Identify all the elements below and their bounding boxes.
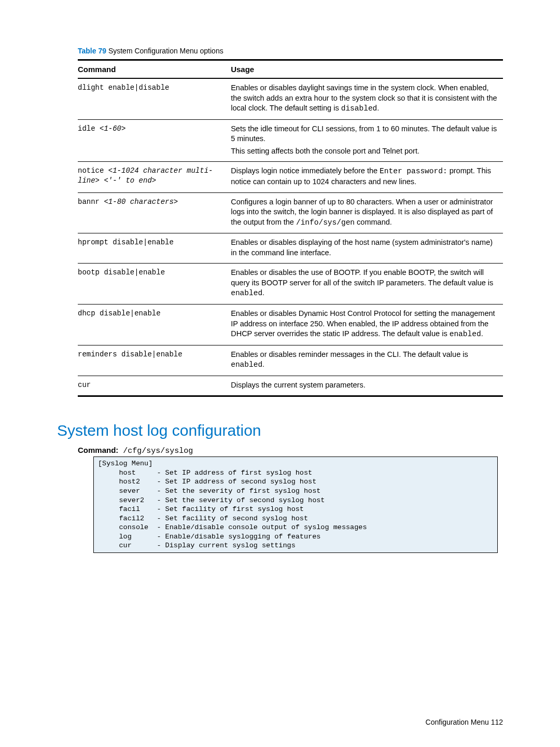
usage-cell: Enables or disables Dynamic Host Control… xyxy=(231,305,503,345)
usage-text: Sets the idle timeout for CLI sessions, … xyxy=(231,124,498,144)
page-footer: Configuration Menu 112 xyxy=(426,718,503,726)
command-cell: hprompt disable|enable xyxy=(78,233,231,264)
usage-cell: Enables or disables the use of BOOTP. If… xyxy=(231,264,503,305)
command-cell: bannr <1-80 characters> xyxy=(78,192,231,233)
table-row: curDisplays the current system parameter… xyxy=(78,376,503,396)
usage-text: Enables or disables daylight savings tim… xyxy=(231,83,498,114)
usage-text: Enables or disables reminder messages in… xyxy=(231,350,498,370)
table-row: idle <1-60>Sets the idle timeout for CLI… xyxy=(78,119,503,162)
table-row: bootp disable|enableEnables or disables … xyxy=(78,264,503,305)
syslog-menu-codebox: [Syslog Menu] host - Set IP address of f… xyxy=(93,457,498,552)
table-row: bannr <1-80 characters>Configures a logi… xyxy=(78,192,503,233)
usage-text: Enables or disables the use of BOOTP. If… xyxy=(231,268,498,299)
config-table: Command Usage dlight enable|disableEnabl… xyxy=(78,59,503,397)
command-cell: notice <1-1024 character multi-line> <'-… xyxy=(78,162,231,192)
table-row: dlight enable|disableEnables or disables… xyxy=(78,78,503,119)
usage-cell: Enables or disables reminder messages in… xyxy=(231,345,503,376)
command-cell: bootp disable|enable xyxy=(78,264,231,305)
table-row: reminders disable|enableEnables or disab… xyxy=(78,345,503,376)
command-path: /cfg/sys/syslog xyxy=(118,447,193,455)
table-caption: Table 79 System Configuration Menu optio… xyxy=(78,47,503,55)
usage-text: This setting affects both the console po… xyxy=(231,146,498,157)
usage-cell: Displays login notice immediately before… xyxy=(231,162,503,192)
table-header-command: Command xyxy=(78,60,231,79)
command-cell: reminders disable|enable xyxy=(78,345,231,376)
table-row: dhcp disable|enableEnables or disables D… xyxy=(78,305,503,345)
usage-text: Configures a login banner of up to 80 ch… xyxy=(231,197,498,228)
usage-text: Displays login notice immediately before… xyxy=(231,166,498,187)
command-line: Command: /cfg/sys/syslog xyxy=(78,446,503,455)
usage-cell: Configures a login banner of up to 80 ch… xyxy=(231,192,503,233)
command-cell: cur xyxy=(78,376,231,396)
command-cell: idle <1-60> xyxy=(78,119,231,162)
command-label: Command: xyxy=(78,446,118,454)
usage-cell: Enables or disables daylight savings tim… xyxy=(231,78,503,119)
usage-cell: Displays the current system parameters. xyxy=(231,376,503,396)
table-row: hprompt disable|enableEnables or disable… xyxy=(78,233,503,264)
table-caption-label: Table 79 xyxy=(78,47,106,55)
usage-cell: Sets the idle timeout for CLI sessions, … xyxy=(231,119,503,162)
command-cell: dhcp disable|enable xyxy=(78,305,231,345)
command-cell: dlight enable|disable xyxy=(78,78,231,119)
usage-text: Enables or disables displaying of the ho… xyxy=(231,238,498,258)
table-caption-text: System Configuration Menu options xyxy=(106,47,223,55)
usage-text: Displays the current system parameters. xyxy=(231,380,498,391)
usage-cell: Enables or disables displaying of the ho… xyxy=(231,233,503,264)
table-row: notice <1-1024 character multi-line> <'-… xyxy=(78,162,503,192)
section-heading: System host log configuration xyxy=(57,422,503,439)
usage-text: Enables or disables Dynamic Host Control… xyxy=(231,309,498,340)
table-header-usage: Usage xyxy=(231,60,503,79)
